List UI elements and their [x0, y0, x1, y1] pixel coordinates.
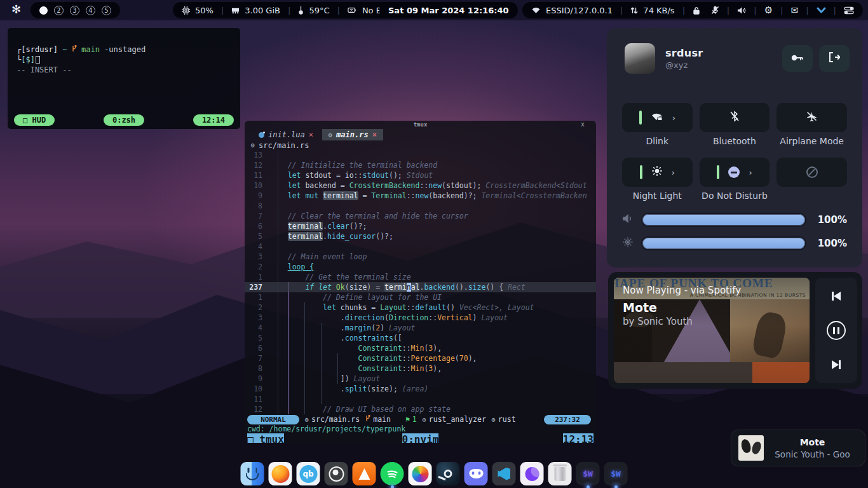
- tmux-window-nvim[interactable]: 0:nvim: [402, 433, 439, 443]
- pause-button[interactable]: [827, 321, 846, 340]
- dock-trash-icon[interactable]: [548, 462, 572, 485]
- workspace-1-active[interactable]: [39, 6, 48, 15]
- toggle-do-not-disturb[interactable]: › Do Not Disturb: [700, 158, 770, 187]
- workspace-2[interactable]: 2: [54, 6, 64, 15]
- tmux-session-hud[interactable]: □ HUD: [14, 114, 55, 126]
- memory-icon: [231, 6, 240, 15]
- statusline-lsp: ⚙rust_analyzer: [423, 415, 486, 424]
- toggle-label: Airplane Mode: [776, 136, 847, 146]
- brightness-slider-row: 100%: [622, 236, 847, 251]
- mail-icon[interactable]: ✉: [790, 5, 798, 15]
- clock-text: Sat 09 Mar 2024 12:16:40: [388, 6, 509, 15]
- chevron-right-icon[interactable]: ›: [749, 168, 752, 177]
- lock-keys-button[interactable]: [782, 45, 813, 72]
- network-pill[interactable]: ESSID/127.0.0.1 | 74 KB/s | vpn: [522, 2, 729, 18]
- brightness-slider[interactable]: [642, 238, 805, 249]
- tab-init-lua[interactable]: init.lua ×: [252, 129, 320, 140]
- settings-gear-icon[interactable]: ⚙: [764, 4, 773, 16]
- active-indicator: [717, 165, 719, 179]
- tab-close-icon[interactable]: ×: [372, 130, 377, 139]
- mic-muted-icon[interactable]: [711, 6, 719, 15]
- code-line: 12 // Draw UI based on app state: [245, 404, 596, 414]
- toggle-airplane-mode[interactable]: Airplane Mode: [776, 103, 847, 132]
- editor-tmux-bar: □ tmux 0:nvim 12:13: [245, 434, 596, 443]
- code-line: 8 Constraint::Min(3),: [245, 363, 596, 374]
- mode-indicator: NORMAL: [247, 415, 299, 424]
- dock-photos-icon[interactable]: [409, 462, 432, 485]
- dock-discord-icon[interactable]: [465, 462, 488, 485]
- cwd-line: cwd: /home/srdusr/projects/typerpunk: [245, 424, 596, 434]
- cpu-value: 50%: [195, 6, 214, 15]
- volume-slider[interactable]: [642, 214, 805, 226]
- wifi-lock-icon: [651, 111, 663, 125]
- dock-vlc-icon[interactable]: [353, 462, 376, 485]
- chevron-right-icon[interactable]: ›: [672, 168, 675, 177]
- system-stats-pill[interactable]: 50% | 3.00 GiB | 59°C | No Bat: [173, 2, 399, 18]
- network-speed: 74 KB/s: [643, 6, 674, 15]
- running-indicator: [391, 485, 394, 488]
- toggle-label: Bluetooth: [700, 136, 770, 146]
- brightness-icon: [622, 236, 640, 250]
- dock-firefox-icon[interactable]: [269, 462, 292, 485]
- workspace-3[interactable]: 3: [70, 6, 79, 15]
- code-line: 4: [245, 241, 596, 252]
- top-status-bar: ✻ 2 3 4 5 50% | 3.00 GiB | 59°C | No Bat…: [0, 0, 868, 20]
- tmux-window-zsh[interactable]: 0:zsh: [104, 114, 144, 126]
- statusline-file: ⚙src/main.rs: [305, 415, 360, 424]
- code-line: 3 // Main event loop: [245, 252, 596, 262]
- dock-dollar-w-purple-icon[interactable]: $W: [576, 462, 600, 485]
- logout-button[interactable]: [819, 45, 850, 72]
- clock-pill[interactable]: Sat 09 Mar 2024 12:16:40: [379, 2, 518, 18]
- tab-close-icon[interactable]: ×: [309, 130, 313, 139]
- window-close-button[interactable]: x: [581, 121, 585, 128]
- notification-album-thumb: [738, 435, 764, 461]
- previous-track-button[interactable]: [832, 292, 841, 301]
- tmux-clock: 12:14: [193, 114, 234, 126]
- terminal-cursor: [36, 56, 40, 64]
- statusline-git-branch: main: [365, 415, 391, 424]
- workspace-switcher: 2 3 4 5: [31, 2, 120, 18]
- dock-steam-icon[interactable]: [437, 462, 460, 485]
- toggle-dlink[interactable]: › Dlink: [622, 103, 693, 132]
- avatar: [625, 43, 655, 74]
- editor-titlebar: tmux x: [245, 121, 596, 129]
- dock-spotify-icon[interactable]: [381, 462, 404, 485]
- toggle-bluetooth[interactable]: Bluetooth: [700, 103, 770, 132]
- chevron-down-icon[interactable]: [817, 7, 826, 14]
- code-area[interactable]: 1312 // Initialize the terminal backend1…: [245, 150, 596, 414]
- album-art: SHAPE OF PUNK TO COMEA CHIMERICAL BOMBIN…: [614, 278, 810, 383]
- tmux-session-tmux[interactable]: □ tmux: [247, 433, 284, 443]
- toggle-disabled[interactable]: [776, 158, 847, 187]
- dock-finder-icon[interactable]: [241, 462, 264, 485]
- dock-vscode-icon[interactable]: [492, 462, 516, 485]
- code-line: 2 loop {: [245, 262, 596, 272]
- code-line: 1 // Get the terminal size: [245, 272, 596, 282]
- workspace-5[interactable]: 5: [102, 6, 111, 15]
- sliders-section: 100% 100%: [622, 212, 847, 259]
- notification-card[interactable]: Mote Sonic Youth - Goo: [731, 430, 865, 466]
- volume-icon[interactable]: [737, 6, 746, 15]
- dock-dollar-w-blue-icon[interactable]: $W: [604, 462, 628, 485]
- code-line: 7 Constraint::Percentage(70),: [245, 353, 596, 363]
- tab-main-rs[interactable]: ⚙ main.rs ×: [322, 129, 383, 140]
- blocked-circle-icon: [806, 166, 818, 178]
- rust-file-icon: ⚙: [329, 132, 332, 139]
- dock-purple-moon-app-icon[interactable]: [520, 462, 544, 485]
- next-track-button[interactable]: [832, 360, 841, 369]
- chevron-right-icon[interactable]: ›: [672, 113, 675, 123]
- wifi-icon: [531, 6, 541, 14]
- terminal-window[interactable]: ┌[srdusr] ~ main -unstaged └[$] -- INSER…: [8, 28, 240, 129]
- launcher-star-icon[interactable]: ✻: [11, 3, 21, 16]
- dock: qb $W $W: [241, 462, 628, 485]
- dock-obs-icon[interactable]: [325, 462, 348, 485]
- toggle-night-light[interactable]: › Night Light: [622, 158, 693, 187]
- toggles-icon[interactable]: [844, 6, 854, 15]
- editor-window[interactable]: tmux x init.lua × ⚙ main.rs × ⚙ src/main…: [245, 121, 596, 443]
- code-line: 9 let mut terminal = Terminal::new(backe…: [245, 191, 596, 201]
- code-line: 237 if let Ok(size) = terminal.backend()…: [245, 282, 596, 292]
- git-branch-icon: [72, 45, 77, 54]
- track-artist: by Sonic Youth: [623, 316, 693, 327]
- dock-qbittorrent-icon[interactable]: qb: [297, 462, 320, 485]
- workspace-4[interactable]: 4: [86, 6, 95, 15]
- code-line: 11: [245, 394, 596, 404]
